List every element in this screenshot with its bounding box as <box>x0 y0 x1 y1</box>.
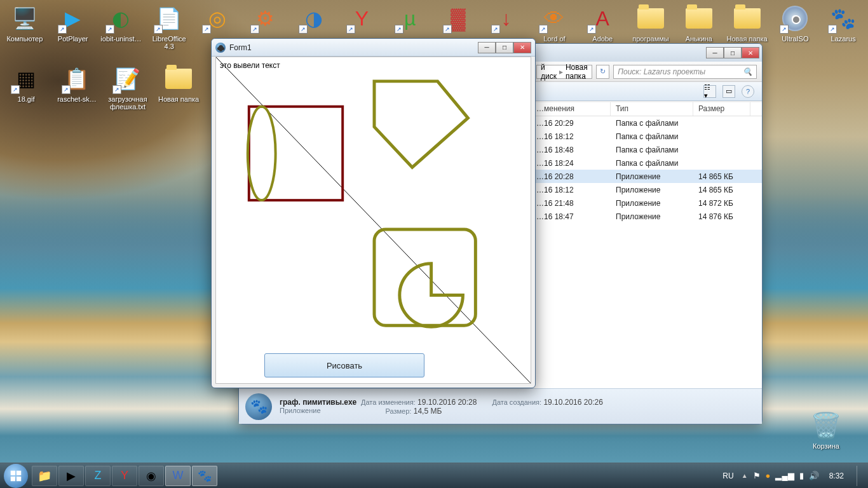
icon-label: Lord of <box>543 35 565 43</box>
taskbar-explorer[interactable]: 📁 <box>32 466 57 486</box>
desktop-icon-newfolder2[interactable]: Новая папка <box>156 64 201 111</box>
taskbar: 📁 ▶ Z Y ◉ W 🐾 RU ▲ ⚑ ● ▂▄▆ ▮ 🔊 8:32 <box>0 463 868 488</box>
search-icon: 🔍 <box>743 67 752 76</box>
svg-marker-3 <box>374 81 468 167</box>
icon-label: PotPlayer <box>58 35 88 43</box>
taskbar-word[interactable]: W <box>165 466 191 486</box>
lazarus-icon: 🐾↗ <box>828 3 858 34</box>
gif18-icon: ▦↗ <box>11 64 41 94</box>
recycle-bin[interactable]: 🗑️ Корзина <box>803 411 849 450</box>
programs-icon <box>635 3 666 34</box>
desktop-icon-libreoffice[interactable]: 📄↗LibreOffice 4.3 <box>147 3 191 50</box>
system-tray: RU ▲ ⚑ ● ▂▄▆ ▮ 🔊 8:32 <box>720 466 864 486</box>
refresh-button[interactable]: ↻ <box>596 65 610 79</box>
trash-icon: 🗑️ <box>810 411 842 441</box>
svg-rect-1 <box>249 107 342 200</box>
icon-label: загрузочная флешка.txt <box>105 95 151 111</box>
icon-label: raschet-sk… <box>57 95 97 103</box>
potplayer-icon: ▶↗ <box>58 3 88 34</box>
taskbar-media[interactable]: ▶ <box>58 466 84 486</box>
maximize-button[interactable]: □ <box>496 42 513 53</box>
windows-icon <box>9 469 23 483</box>
form1-window: Form1 ─ □ ✕ это вывели текст Рисовать <box>211 38 536 388</box>
newfolder2-icon <box>163 64 194 94</box>
taskbar-zona[interactable]: Z <box>85 466 111 486</box>
desktop-icon-gif18[interactable]: ▦↗18.gif <box>3 64 49 111</box>
utorrent-icon: µ↗ <box>395 3 425 34</box>
taskbar-yandex[interactable]: Y <box>112 466 137 486</box>
lordof-icon: 👁↗ <box>539 3 569 34</box>
app2-icon: ◑↗ <box>299 3 329 34</box>
battery-icon[interactable]: ▮ <box>799 471 804 480</box>
icon-label: iobit-uninst… <box>100 35 141 43</box>
libreoffice-icon: 📄↗ <box>154 3 184 34</box>
help-button[interactable]: ? <box>742 85 754 98</box>
form1-titlebar[interactable]: Form1 ─ □ ✕ <box>212 39 535 57</box>
computer-icon: 🖥️ <box>10 3 40 34</box>
icon-label: UltraISO <box>782 35 808 43</box>
adobe-icon: A↗ <box>587 3 618 34</box>
app-icon: 🐾 <box>245 393 272 420</box>
icon-label: программы <box>632 35 668 43</box>
desktop-icon-lazarus[interactable]: 🐾↗Lazarus <box>822 3 865 50</box>
anykina-icon <box>684 3 714 34</box>
language-indicator[interactable]: RU <box>720 470 736 482</box>
details-pane: 🐾 граф. пимитивы.exe Дата изменения: 19.… <box>239 388 762 424</box>
column-type[interactable]: Тип <box>611 102 693 116</box>
app4-icon: ↓↗ <box>491 3 522 34</box>
preview-pane-button[interactable]: ▭ <box>722 85 735 98</box>
avast-icon[interactable]: ● <box>766 471 771 480</box>
desktop-icon-iobit[interactable]: ◐↗iobit-uninst… <box>100 3 143 50</box>
draw-button[interactable]: Рисовать <box>264 353 424 377</box>
desktop-icon-bootflash[interactable]: 📝↗загрузочная флешка.txt <box>105 64 151 111</box>
tray-expand-icon[interactable]: ▲ <box>742 472 748 479</box>
app1-icon: ⚙↗ <box>250 3 281 34</box>
newfolder-icon <box>732 3 763 34</box>
icon-label: Lazarus <box>831 35 856 43</box>
icon-label: Новая папка <box>727 35 768 43</box>
breadcrumb[interactable]: й диск ▸ Новая папка <box>536 65 592 79</box>
icon-label: Новая папка <box>158 95 199 103</box>
close-button[interactable]: ✕ <box>513 42 531 53</box>
breadcrumb-item[interactable]: Новая папка <box>566 63 588 81</box>
desktop-icon-ultraiso[interactable]: ↗UltraISO <box>774 3 817 50</box>
raschet-icon: 📋↗ <box>62 64 92 94</box>
lazarus-icon <box>215 43 226 53</box>
icon-label: 18.gif <box>18 95 35 103</box>
network-icon[interactable]: ▂▄▆ <box>775 471 794 480</box>
taskbar-chrome[interactable]: ◉ <box>139 466 164 486</box>
start-button[interactable] <box>4 464 28 488</box>
canvas-svg <box>216 57 531 383</box>
maximize-button[interactable]: □ <box>724 47 742 58</box>
close-button[interactable]: ✕ <box>742 47 759 58</box>
column-size[interactable]: Размер <box>693 102 750 116</box>
icon-label: Анькина <box>686 35 712 43</box>
icon-label: LibreOffice 4.3 <box>147 35 191 50</box>
desktop-icon-computer[interactable]: 🖥️Компьютер <box>3 3 46 50</box>
column-date[interactable]: …менения <box>531 102 611 116</box>
flag-icon[interactable]: ⚑ <box>753 471 761 480</box>
app3-icon: ▓↗ <box>443 3 473 34</box>
breadcrumb-item[interactable]: й диск <box>541 63 557 81</box>
show-desktop-button[interactable] <box>857 466 864 486</box>
ultraiso-icon: ↗ <box>780 3 810 34</box>
search-input[interactable]: Поиск: Lazarus проекты 🔍 <box>613 65 757 79</box>
drawing-canvas: это вывели текст Рисовать <box>215 57 531 384</box>
minimize-button[interactable]: ─ <box>478 42 496 53</box>
clock[interactable]: 8:32 <box>824 471 849 480</box>
icon-label: Компьютер <box>6 35 43 43</box>
yandex-icon: Y↗ <box>346 3 377 34</box>
volume-icon[interactable]: 🔊 <box>809 471 819 480</box>
iobit-icon: ◐↗ <box>105 3 136 34</box>
view-options-button[interactable]: ☷ ▾ <box>703 85 716 98</box>
details-filename: граф. пимитивы.exe <box>280 398 356 407</box>
aimp-icon: ◎↗ <box>202 3 233 34</box>
bootflash-icon: 📝↗ <box>112 64 143 94</box>
desktop-icon-potplayer[interactable]: ▶↗PotPlayer <box>51 3 95 50</box>
taskbar-lazarus-app[interactable]: 🐾 <box>192 466 217 486</box>
form1-title: Form1 <box>229 43 252 52</box>
desktop-icon-raschet[interactable]: 📋↗raschet-sk… <box>54 64 100 111</box>
icon-label: Adobe <box>592 35 613 43</box>
minimize-button[interactable]: ─ <box>706 47 724 58</box>
details-filetype: Приложение <box>280 407 321 416</box>
